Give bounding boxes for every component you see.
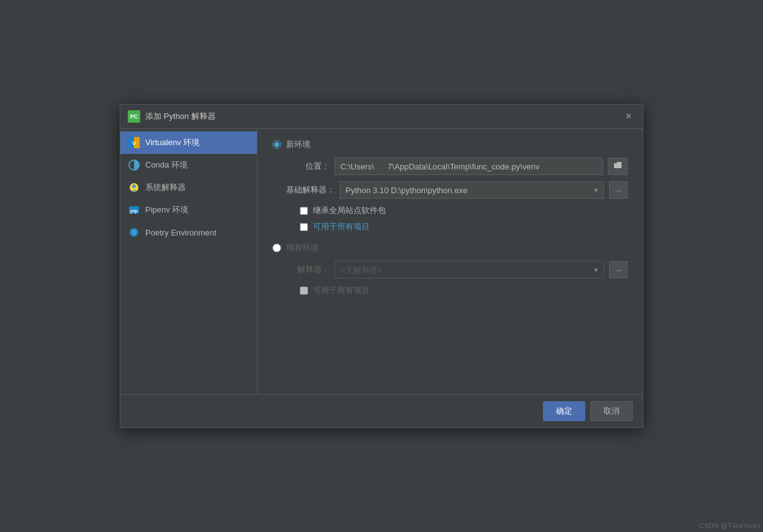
- main-content: 新环境 位置： 基础解释器： Python 3.10 D:: [257, 129, 643, 394]
- sidebar-label-virtualenv: Virtualenv 环境: [145, 137, 199, 148]
- sidebar-label-conda: Conda 环境: [145, 159, 188, 171]
- svg-point-5: [132, 184, 136, 188]
- sidebar-item-system[interactable]: 系统解释器: [120, 176, 257, 199]
- system-icon: [128, 181, 140, 194]
- new-env-radio[interactable]: [272, 140, 281, 149]
- base-interpreter-select[interactable]: Python 3.10 D:\python\python.exe: [340, 181, 604, 199]
- close-button[interactable]: ×: [622, 110, 635, 123]
- location-input[interactable]: [335, 158, 603, 175]
- pipenv-icon: pip: [128, 204, 140, 216]
- available-label: 可用于所有项目: [313, 221, 370, 232]
- cancel-button[interactable]: 取消: [590, 401, 633, 421]
- base-interpreter-select-wrapper: Python 3.10 D:\python\python.exe ▼: [340, 181, 604, 199]
- poetry-icon: [128, 226, 140, 239]
- new-env-label: 新环境: [286, 139, 310, 150]
- svg-text:V: V: [132, 140, 136, 146]
- sidebar-item-virtualenv[interactable]: V Virtualenv 环境: [120, 131, 257, 154]
- base-interpreter-label: 基础解释器：: [286, 184, 335, 196]
- dialog-title: 添加 Python 解释器: [145, 111, 216, 122]
- location-label: 位置：: [286, 161, 330, 172]
- available2-checkbox[interactable]: [300, 287, 308, 295]
- interpreter-label: 解释器：: [286, 264, 330, 275]
- available-checkbox[interactable]: [300, 223, 308, 231]
- sidebar-item-pipenv[interactable]: pip Pipenv 环境: [120, 199, 257, 221]
- dialog-body: V Virtualenv 环境 Conda 环境: [120, 129, 643, 394]
- existing-env-radio-row: 现有环境: [272, 242, 628, 254]
- titlebar-left: PC 添加 Python 解释器: [128, 110, 216, 123]
- available-row: 可用于所有项目: [300, 221, 628, 232]
- location-row: 位置：: [286, 158, 628, 175]
- existing-env-radio[interactable]: [272, 244, 281, 252]
- watermark: CSDN @T4neYours: [699, 522, 761, 530]
- location-browse-button[interactable]: [608, 158, 628, 175]
- pc-icon: PC: [128, 110, 140, 123]
- virtualenv-icon: V: [128, 136, 140, 149]
- sidebar-label-poetry: Poetry Environment: [145, 228, 216, 237]
- sidebar: V Virtualenv 环境 Conda 环境: [120, 129, 257, 394]
- interpreter-row: 解释器： <无解释器> ▼ ···: [286, 261, 628, 278]
- sidebar-label-pipenv: Pipenv 环境: [145, 204, 188, 216]
- inherit-row: 继承全局站点软件包: [300, 205, 628, 216]
- inherit-label: 继承全局站点软件包: [313, 205, 386, 216]
- svg-text:pip: pip: [130, 208, 138, 214]
- new-env-radio-row: 新环境: [272, 139, 628, 150]
- available2-label: 可用于所有项目: [313, 285, 370, 296]
- sidebar-item-poetry[interactable]: Poetry Environment: [120, 221, 257, 244]
- new-env-section: 新环境 位置： 基础解释器： Python 3.10 D:: [272, 139, 628, 232]
- sidebar-item-conda[interactable]: Conda 环境: [120, 154, 257, 176]
- existing-env-label: 现有环境: [286, 242, 319, 254]
- base-interpreter-browse-button[interactable]: ···: [609, 181, 628, 199]
- conda-icon: [128, 159, 140, 171]
- sidebar-label-system: 系统解释器: [145, 182, 186, 193]
- interpreter-select-wrapper: <无解释器> ▼: [335, 261, 604, 278]
- inherit-checkbox[interactable]: [300, 207, 308, 215]
- titlebar: PC 添加 Python 解释器 ×: [120, 105, 643, 129]
- footer: 确定 取消: [120, 394, 643, 427]
- existing-env-section: 现有环境 解释器： <无解释器> ▼ ··· 可用于所有项目: [272, 242, 628, 296]
- base-interpreter-row: 基础解释器： Python 3.10 D:\python\python.exe …: [286, 181, 628, 199]
- available2-row: 可用于所有项目: [300, 285, 628, 296]
- interpreter-select[interactable]: <无解释器>: [335, 261, 604, 278]
- confirm-button[interactable]: 确定: [543, 401, 585, 421]
- dialog: PC 添加 Python 解释器 × V Virtualenv 环境: [120, 104, 643, 428]
- interpreter-browse-button[interactable]: ···: [609, 261, 628, 278]
